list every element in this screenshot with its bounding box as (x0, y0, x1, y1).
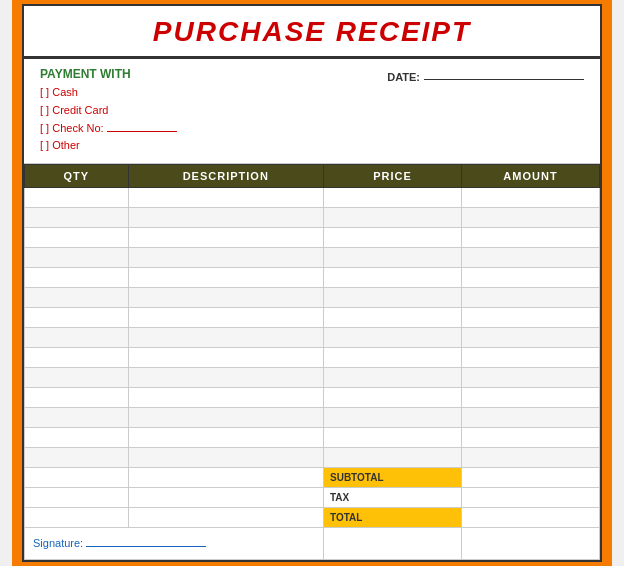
cell-qty (25, 367, 129, 387)
cell-qty (25, 247, 129, 267)
summary-empty-qty (25, 467, 129, 487)
header-price: PRICE (324, 164, 462, 187)
cell-qty (25, 327, 129, 347)
cell-description (128, 247, 324, 267)
info-section: PAYMENT WITH [ ] Cash [ ] Credit Card [ … (24, 59, 600, 163)
summary-empty-qty (25, 487, 129, 507)
cell-description (128, 227, 324, 247)
cell-price (324, 287, 462, 307)
cell-price (324, 427, 462, 447)
page-title: PURCHASE RECEIPT (24, 16, 600, 48)
cell-amount (462, 227, 600, 247)
cell-description (128, 267, 324, 287)
cell-description (128, 307, 324, 327)
cell-description (128, 447, 324, 467)
summary-empty-desc (128, 507, 324, 527)
cell-amount (462, 267, 600, 287)
cell-description (128, 207, 324, 227)
title-bar: PURCHASE RECEIPT (24, 6, 600, 59)
cell-amount (462, 407, 600, 427)
cell-amount (462, 327, 600, 347)
footer-empty-price (324, 527, 462, 559)
footer-row: Signature: (25, 527, 600, 559)
date-section: DATE: (387, 67, 584, 83)
cell-description (128, 187, 324, 207)
cell-amount (462, 347, 600, 367)
cell-description (128, 427, 324, 447)
header-description: DESCRIPTION (128, 164, 324, 187)
date-label: DATE: (387, 71, 420, 83)
summary-value-total (462, 507, 600, 527)
table-row (25, 427, 600, 447)
cell-description (128, 367, 324, 387)
cell-qty (25, 207, 129, 227)
cell-description (128, 347, 324, 367)
table-row (25, 207, 600, 227)
signature-label: Signature: (33, 537, 86, 549)
summary-empty-desc (128, 487, 324, 507)
payment-option-check: [ ] Check No: (40, 120, 387, 138)
cell-price (324, 187, 462, 207)
cell-qty (25, 307, 129, 327)
cell-qty (25, 387, 129, 407)
summary-label-total: TOTAL (324, 507, 462, 527)
cell-price (324, 247, 462, 267)
cell-description (128, 387, 324, 407)
summary-row-tax: TAX (25, 487, 600, 507)
footer-empty-amount (462, 527, 600, 559)
cell-qty (25, 447, 129, 467)
table-row (25, 447, 600, 467)
summary-row-total: TOTAL (25, 507, 600, 527)
cell-amount (462, 447, 600, 467)
cell-qty (25, 347, 129, 367)
table-row (25, 387, 600, 407)
header-amount: AMOUNT (462, 164, 600, 187)
summary-value-subtotal (462, 467, 600, 487)
cell-price (324, 307, 462, 327)
cell-amount (462, 187, 600, 207)
cell-price (324, 227, 462, 247)
summary-empty-qty (25, 507, 129, 527)
summary-empty-desc (128, 467, 324, 487)
payment-option-cash: [ ] Cash (40, 84, 387, 102)
cell-qty (25, 427, 129, 447)
cell-description (128, 327, 324, 347)
cell-amount (462, 247, 600, 267)
summary-label-tax: TAX (324, 487, 462, 507)
cell-description (128, 407, 324, 427)
cell-amount (462, 367, 600, 387)
receipt-table: QTY DESCRIPTION PRICE AMOUNT (24, 164, 600, 560)
payment-label: PAYMENT WITH (40, 67, 387, 81)
table-section: QTY DESCRIPTION PRICE AMOUNT (24, 164, 600, 560)
table-row (25, 247, 600, 267)
outer-border: PURCHASE RECEIPT PAYMENT WITH [ ] Cash [… (12, 0, 612, 566)
inner-container: PURCHASE RECEIPT PAYMENT WITH [ ] Cash [… (22, 4, 602, 561)
cell-price (324, 407, 462, 427)
date-line (424, 79, 584, 80)
cell-price (324, 347, 462, 367)
cell-price (324, 387, 462, 407)
table-row (25, 407, 600, 427)
table-row (25, 307, 600, 327)
cell-price (324, 367, 462, 387)
cell-qty (25, 227, 129, 247)
cell-qty (25, 267, 129, 287)
cell-amount (462, 207, 600, 227)
cell-qty (25, 407, 129, 427)
cell-amount (462, 387, 600, 407)
cell-amount (462, 427, 600, 447)
table-header-row: QTY DESCRIPTION PRICE AMOUNT (25, 164, 600, 187)
payment-option-credit: [ ] Credit Card (40, 102, 387, 120)
table-row (25, 287, 600, 307)
payment-section: PAYMENT WITH [ ] Cash [ ] Credit Card [ … (40, 67, 387, 154)
cell-description (128, 287, 324, 307)
summary-row-subtotal: SUBTOTAL (25, 467, 600, 487)
cell-qty (25, 187, 129, 207)
summary-value-tax (462, 487, 600, 507)
cell-qty (25, 287, 129, 307)
signature-line (86, 546, 206, 547)
table-row (25, 347, 600, 367)
cell-amount (462, 287, 600, 307)
payment-option-other: [ ] Other (40, 137, 387, 155)
table-row (25, 367, 600, 387)
